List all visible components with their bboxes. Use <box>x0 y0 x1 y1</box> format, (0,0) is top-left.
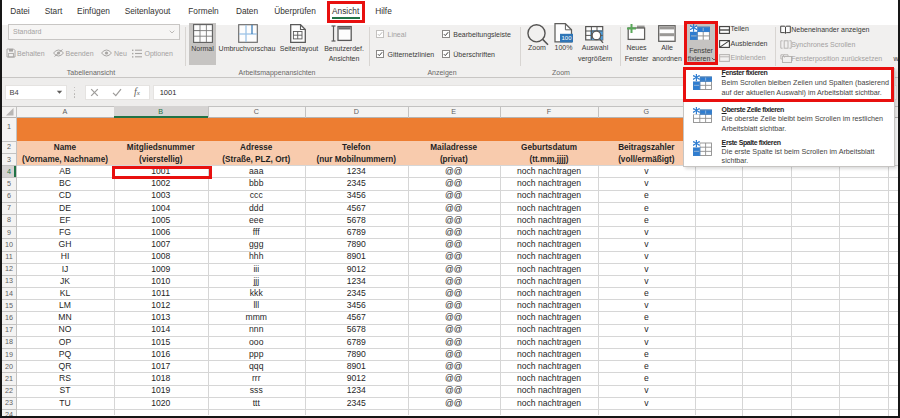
svg-text:100: 100 <box>561 36 572 42</box>
